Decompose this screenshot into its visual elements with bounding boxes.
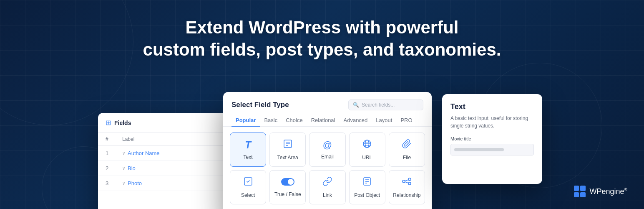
- chevron-down-icon: ∨: [122, 151, 125, 155]
- fields-table-header: # Label: [98, 133, 227, 146]
- field-type-text[interactable]: T Text: [230, 133, 266, 167]
- chevron-down-icon: ∨: [122, 166, 125, 171]
- truefalse-field-icon: [281, 177, 294, 188]
- field-type-relationship[interactable]: Relationship: [389, 170, 425, 204]
- wp-logo-cell-3: [574, 192, 579, 198]
- table-row: 2 ∨ Bio: [98, 161, 227, 176]
- wp-engine-logo: WPengine®: [574, 186, 627, 197]
- field-type-file-label: File: [403, 155, 411, 161]
- text-panel-input-mock: [450, 144, 534, 155]
- field-type-postobject-label: Post Object: [354, 192, 380, 198]
- fields-panel-title: Fields: [114, 120, 131, 126]
- field-type-relationship-label: Relationship: [393, 192, 420, 198]
- field-type-postobject[interactable]: Post Object: [349, 170, 385, 204]
- field-name[interactable]: Author Name: [128, 150, 160, 156]
- search-icon: 🔍: [353, 102, 359, 108]
- hero-section: Extend WordPress with powerful custom fi…: [0, 17, 644, 61]
- email-field-icon: @: [323, 140, 332, 150]
- modal-tabs: Popular Basic Choice Relational Advanced…: [223, 110, 432, 127]
- engine-text: engine: [602, 187, 624, 196]
- textarea-field-icon: [283, 139, 293, 151]
- wp-logo-cell-2: [580, 186, 586, 191]
- wp-text: WP: [590, 187, 602, 196]
- hero-line2: custom fields, post types, and taxonomie…: [0, 39, 644, 61]
- field-type-text-label: Text: [244, 154, 253, 160]
- hero-line1: Extend WordPress with powerful: [0, 17, 644, 39]
- select-field-icon: [243, 176, 253, 189]
- wp-logo-grid: [574, 186, 586, 197]
- text-panel-title: Text: [450, 102, 534, 111]
- svg-point-16: [402, 180, 405, 183]
- text-panel-field-label: Movie title: [450, 136, 534, 141]
- modal-title: Select Field Type: [231, 101, 289, 109]
- relationship-field-icon: [402, 176, 412, 189]
- fields-table: # Label 1 ∨ Author Name 2 ∨ Bio 3 ∨ Phot…: [98, 133, 227, 191]
- wp-logo-text: WPengine®: [590, 187, 627, 196]
- fields-icon: ⊞: [106, 119, 111, 127]
- row-num: 2: [106, 165, 122, 171]
- field-type-select[interactable]: Select: [230, 170, 266, 204]
- select-field-modal: Select Field Type 🔍 Search fields... Pop…: [223, 92, 432, 209]
- tab-choice[interactable]: Choice: [282, 115, 307, 127]
- text-panel-description: A basic text input, useful for storing s…: [450, 115, 534, 130]
- wp-logo-cell-4: [580, 192, 586, 198]
- trademark-symbol: ®: [624, 187, 627, 192]
- search-placeholder: Search fields...: [362, 102, 395, 108]
- row-num: 3: [106, 180, 122, 186]
- field-type-grid: T Text Text Area @ Email: [223, 127, 432, 209]
- field-type-link[interactable]: Link: [309, 170, 345, 204]
- row-num: 1: [106, 150, 122, 156]
- col-hash: #: [106, 136, 122, 142]
- field-name[interactable]: Photo: [128, 180, 142, 186]
- tab-layout[interactable]: Layout: [372, 115, 396, 127]
- svg-line-20: [405, 182, 408, 183]
- field-type-file[interactable]: File: [389, 133, 425, 167]
- text-field-icon: T: [245, 139, 251, 151]
- col-label: Label: [122, 136, 220, 142]
- field-type-email-label: Email: [321, 154, 334, 160]
- field-type-url-label: URL: [362, 155, 372, 161]
- fields-panel: ⊞ Fields # Label 1 ∨ Author Name 2 ∨ Bio…: [98, 113, 227, 209]
- link-field-icon: [322, 176, 332, 189]
- svg-point-11: [288, 179, 294, 185]
- wp-logo-cell-1: [574, 186, 579, 191]
- svg-point-17: [408, 178, 411, 181]
- file-field-icon: [402, 139, 412, 151]
- row-content: ∨ Photo: [122, 180, 220, 186]
- tab-advanced[interactable]: Advanced: [340, 115, 372, 127]
- table-row: 1 ∨ Author Name: [98, 146, 227, 161]
- row-content: ∨ Bio: [122, 165, 220, 171]
- text-panel-input-fill: [454, 148, 504, 151]
- modal-header: Select Field Type 🔍 Search fields...: [223, 92, 432, 110]
- tab-relational[interactable]: Relational: [307, 115, 340, 127]
- fields-header: ⊞ Fields: [98, 113, 227, 133]
- text-info-panel: Text A basic text input, useful for stor…: [442, 94, 542, 184]
- url-field-icon: [362, 139, 372, 151]
- table-row: 3 ∨ Photo: [98, 176, 227, 191]
- field-type-link-label: Link: [323, 192, 332, 198]
- chevron-down-icon: ∨: [122, 181, 125, 186]
- search-box[interactable]: 🔍 Search fields...: [348, 99, 423, 110]
- field-type-textarea[interactable]: Text Area: [269, 133, 306, 167]
- field-type-url[interactable]: URL: [349, 133, 385, 167]
- field-type-email[interactable]: @ Email: [309, 133, 345, 167]
- tab-popular[interactable]: Popular: [231, 115, 260, 127]
- tab-basic[interactable]: Basic: [260, 115, 282, 127]
- svg-line-19: [405, 180, 408, 181]
- field-type-truefalse[interactable]: True / False: [269, 170, 306, 204]
- field-type-textarea-label: Text Area: [277, 155, 298, 161]
- svg-point-18: [408, 182, 411, 185]
- hero-title: Extend WordPress with powerful custom fi…: [0, 17, 644, 61]
- field-type-truefalse-label: True / False: [274, 191, 301, 197]
- postobject-field-icon: [362, 176, 372, 189]
- row-content: ∨ Author Name: [122, 150, 220, 156]
- field-type-select-label: Select: [241, 192, 255, 198]
- tab-pro[interactable]: PRO: [396, 115, 416, 127]
- field-name[interactable]: Bio: [128, 165, 136, 171]
